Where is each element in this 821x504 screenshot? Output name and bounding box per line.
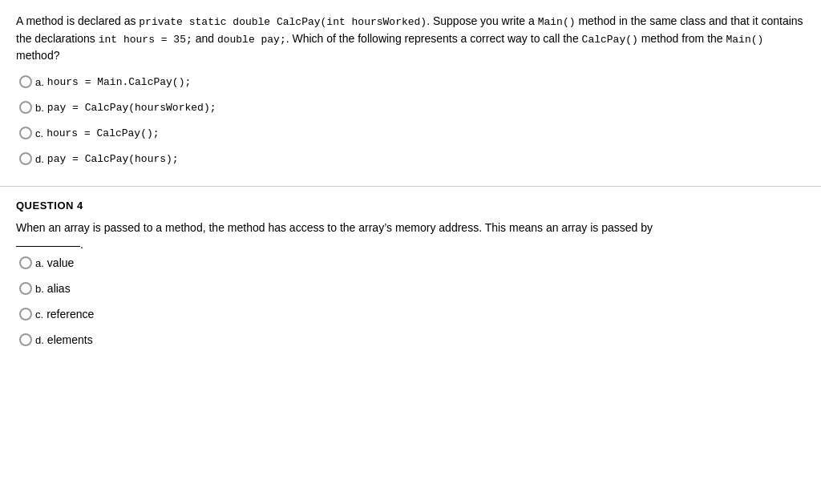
q3-option-d[interactable]: d. pay = CalcPay(hours); — [16, 152, 805, 165]
q3-label-d: d. — [35, 153, 44, 165]
q3-radio-a[interactable] — [19, 75, 32, 88]
q4-label-b: b. — [35, 283, 44, 295]
q3-option-b[interactable]: b. pay = CalcPay(hoursWorked); — [16, 101, 805, 114]
q3-code-c: hours = CalcPay(); — [47, 127, 159, 139]
q4-label-d: d. — [35, 334, 44, 346]
q4-text-d: elements — [47, 333, 93, 346]
question4-text: When an array is passed to a method, the… — [16, 220, 805, 253]
q4-radio-c[interactable] — [19, 308, 32, 321]
q4-text-a: value — [47, 256, 74, 269]
q4-option-d[interactable]: d. elements — [16, 333, 805, 346]
q4-text-c: reference — [47, 308, 94, 321]
q4-text-b: alias — [47, 282, 71, 295]
q4-label-c: c. — [35, 308, 43, 321]
q4-radio-a[interactable] — [19, 256, 32, 269]
q3-option-c[interactable]: c. hours = CalcPay(); — [16, 127, 805, 139]
q4-option-a[interactable]: a. value — [16, 256, 805, 269]
q3-radio-b[interactable] — [19, 101, 32, 114]
q3-radio-c[interactable] — [19, 127, 32, 139]
question4-section: QUESTION 4 When an array is passed to a … — [0, 187, 821, 372]
question3-text: A method is declared as private static d… — [16, 13, 805, 64]
q3-label-c: c. — [35, 127, 43, 139]
q4-radio-b[interactable] — [19, 282, 32, 295]
q4-option-b[interactable]: b. alias — [16, 282, 805, 295]
question3-section: A method is declared as private static d… — [0, 0, 821, 187]
blank-placeholder: . — [16, 238, 83, 251]
q4-label-a: a. — [35, 257, 44, 269]
question4-text-content: When an array is passed to a method, the… — [16, 221, 653, 234]
q3-code-a: hours = Main.CalcPay(); — [47, 76, 191, 88]
q3-label-a: a. — [35, 76, 44, 88]
q4-radio-d[interactable] — [19, 333, 32, 346]
q3-label-b: b. — [35, 102, 44, 114]
q3-code-d: pay = CalcPay(hours); — [47, 153, 179, 165]
q3-radio-d[interactable] — [19, 152, 32, 165]
q3-code-b: pay = CalcPay(hoursWorked); — [47, 102, 216, 114]
q4-option-c[interactable]: c. reference — [16, 308, 805, 321]
question4-header: QUESTION 4 — [16, 200, 805, 212]
q3-option-a[interactable]: a. hours = Main.CalcPay(); — [16, 75, 805, 88]
page-container: A method is declared as private static d… — [0, 0, 821, 504]
